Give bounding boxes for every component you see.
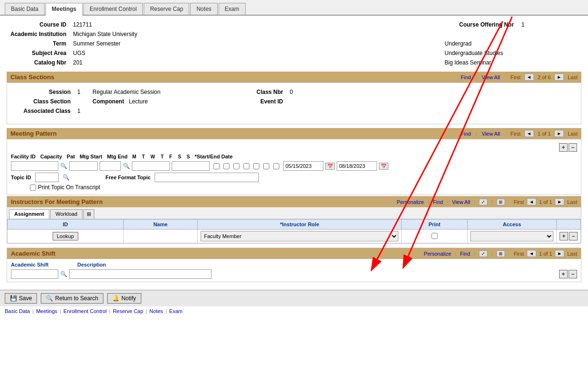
day-t1-checkbox[interactable]	[223, 163, 230, 169]
acad-shift-input[interactable]	[11, 269, 58, 279]
instructors-personalize-link[interactable]: Personalize	[397, 199, 424, 205]
acad-add-btn[interactable]: +	[559, 270, 568, 278]
class-sections-view-all-link[interactable]: View All	[482, 74, 500, 80]
instructor-role-select[interactable]: Faculty Member	[201, 231, 398, 241]
instructors-title: Instructors For Meeting Pattern	[11, 198, 103, 205]
instructors-next-btn[interactable]: ►	[555, 198, 564, 205]
bottom-bar: 💾 Save 🔍 Return to Search 🔔 Notify	[0, 290, 588, 306]
start-date-calendar-btn[interactable]: 📅	[325, 163, 335, 170]
free-format-topic-input[interactable]	[155, 173, 259, 182]
sub-tab-icon[interactable]: ⊞	[83, 209, 94, 219]
end-date-input[interactable]	[337, 161, 377, 171]
day-t2-label: T	[161, 154, 164, 159]
sub-tab-workload[interactable]: Workload	[50, 209, 83, 219]
academic-shift-header: Academic Shift Personalize | Find | ⤢ | …	[7, 248, 581, 259]
save-button[interactable]: 💾 Save	[5, 293, 37, 304]
instructors-nav-info: 1 of 1	[539, 199, 552, 205]
acad-personalize-link[interactable]: Personalize	[424, 251, 451, 257]
mtg-end-input[interactable]	[172, 161, 210, 171]
class-sections-next-btn[interactable]: ►	[554, 74, 564, 81]
acad-desc-input[interactable]	[69, 269, 211, 279]
col-access: Access	[468, 220, 557, 230]
meeting-pattern-last-label: Last	[568, 131, 578, 137]
instructors-prev-btn[interactable]: ◄	[527, 198, 536, 205]
footer-reserve-cap-link[interactable]: Reserve Cap	[113, 308, 143, 314]
class-sections-first-label: First	[510, 74, 520, 80]
meeting-pattern-next-btn[interactable]: ►	[554, 130, 564, 137]
associated-class-value: 1	[74, 107, 89, 115]
facility-id-lookup-icon[interactable]: 🔍	[60, 163, 67, 169]
day-s2-label: S	[187, 154, 190, 159]
day-m-checkbox[interactable]	[213, 163, 220, 169]
col-actions	[557, 220, 581, 230]
day-s1-checkbox[interactable]	[263, 163, 269, 169]
acad-find-link[interactable]: Find	[460, 251, 470, 257]
tab-exam[interactable]: Exam	[219, 3, 246, 15]
start-date-input[interactable]	[283, 161, 323, 171]
day-w-checkbox[interactable]	[233, 163, 239, 169]
instructor-row-actions: + −	[557, 230, 581, 243]
print-topic-checkbox[interactable]	[30, 184, 36, 191]
meeting-pattern-add-btn[interactable]: +	[559, 143, 568, 152]
topic-id-label: Topic ID	[11, 175, 31, 180]
acad-next-btn[interactable]: ►	[555, 250, 564, 257]
pat-lookup-icon[interactable]: 🔍	[123, 163, 130, 169]
tab-basic-data[interactable]: Basic Data	[5, 3, 45, 15]
acad-expand-btn[interactable]: ⤢	[479, 250, 487, 257]
instructors-expand-btn[interactable]: ⤢	[479, 199, 487, 205]
day-t2-checkbox[interactable]	[243, 163, 249, 169]
footer-exam-link[interactable]: Exam	[169, 308, 183, 314]
footer-enrollment-control-link[interactable]: Enrollment Control	[64, 308, 107, 314]
return-to-search-button[interactable]: 🔍 Return to Search	[41, 293, 103, 304]
instructor-id-cell: Lookup	[8, 230, 124, 243]
instructor-add-btn[interactable]: +	[560, 232, 568, 240]
class-sections-prev-btn[interactable]: ◄	[524, 74, 534, 81]
pat-input[interactable]	[100, 161, 121, 171]
term-type: Undergrad	[442, 39, 580, 48]
instructors-view-all-link[interactable]: View All	[452, 199, 470, 205]
instructor-row: Lookup Faculty Member	[8, 230, 581, 243]
meeting-pattern-remove-btn[interactable]: −	[569, 143, 577, 152]
acad-shift-lookup-icon[interactable]: 🔍	[60, 271, 67, 277]
session-label: Session	[12, 88, 74, 96]
mtg-start-input[interactable]	[132, 161, 170, 171]
acad-grid-btn[interactable]: ⊞	[496, 250, 505, 257]
instructor-remove-btn[interactable]: −	[569, 232, 578, 240]
acad-remove-btn[interactable]: −	[569, 270, 577, 278]
meeting-pattern-view-all-link[interactable]: View All	[482, 131, 500, 137]
acad-prev-btn[interactable]: ◄	[527, 250, 536, 257]
sub-tab-assignment[interactable]: Assignment	[9, 209, 49, 219]
instructors-grid-btn[interactable]: ⊞	[496, 199, 505, 205]
notify-button[interactable]: 🔔 Notify	[107, 293, 141, 304]
topic-id-lookup-icon[interactable]: 🔍	[63, 174, 70, 181]
capacity-input[interactable]	[69, 161, 98, 171]
meeting-pattern-prev-btn[interactable]: ◄	[524, 130, 534, 137]
course-id-label: Course ID	[8, 20, 69, 29]
footer-notes-link[interactable]: Notes	[149, 308, 163, 314]
footer-basic-data-link[interactable]: Basic Data	[5, 308, 30, 314]
day-s2-checkbox[interactable]	[273, 163, 279, 169]
instructor-access-select[interactable]	[470, 231, 553, 241]
meeting-pattern-find-link[interactable]: Find	[461, 131, 471, 137]
tab-enrollment-control[interactable]: Enrollment Control	[83, 3, 143, 15]
day-f-checkbox[interactable]	[253, 163, 259, 169]
facility-id-input[interactable]	[11, 161, 58, 171]
start-end-date-label: *Start/End Date	[194, 154, 232, 159]
footer-meetings-link[interactable]: Meetings	[36, 308, 57, 314]
instructor-lookup-btn[interactable]: Lookup	[53, 232, 78, 240]
instructors-find-link[interactable]: Find	[433, 199, 443, 205]
end-date-calendar-btn[interactable]: 📅	[379, 163, 388, 170]
mtg-start-label: Mtg Start	[80, 154, 102, 159]
day-s1-label: S	[178, 154, 181, 159]
class-sections-find-link[interactable]: Find	[461, 74, 471, 80]
notify-icon: 🔔	[112, 295, 119, 302]
pat-label: Pat	[67, 154, 75, 159]
instructor-print-checkbox[interactable]	[432, 233, 438, 239]
instructor-role-cell: Faculty Member	[198, 230, 402, 243]
tab-notes[interactable]: Notes	[190, 3, 217, 15]
acad-nav-info: 1 of 1	[539, 251, 552, 257]
tab-reserve-cap[interactable]: Reserve Cap	[144, 3, 189, 15]
topic-id-input[interactable]	[35, 173, 59, 182]
academic-shift-inner: Academic Shift Description 🔍 + −	[7, 259, 581, 282]
tab-meetings[interactable]: Meetings	[46, 3, 83, 16]
